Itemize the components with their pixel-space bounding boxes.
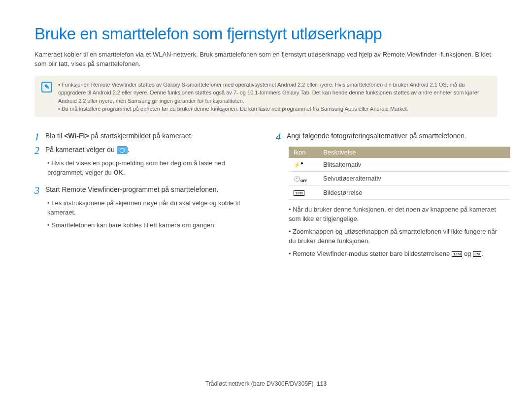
options-table: Ikon Beskrivelse ⚡A Blitsalternativ 🕘OFF… — [289, 147, 510, 200]
step-number: 4 — [276, 131, 283, 143]
table-cell: Selvutløseralternativ — [318, 171, 510, 185]
resolution-icon: 12M — [289, 185, 318, 199]
note-box: ✎ Funksjonen Remote Viewfinder støttes a… — [34, 76, 498, 117]
list-item: Hvis det vises en popup-melding som ber … — [47, 158, 256, 178]
step-text: Angi følgende fotograferingsalternativer… — [287, 131, 466, 141]
two-column-layout: 1 Bla til <Wi-Fi> på startskjermbildet p… — [34, 131, 498, 266]
remote-viewfinder-icon — [117, 146, 128, 154]
intro-paragraph: Kameraet kobler til en smarttelefon via … — [34, 50, 498, 69]
step-text-post: . — [128, 146, 130, 154]
note-item: Funksjonen Remote Viewfinder støttes av … — [58, 81, 491, 105]
page-number: 113 — [317, 380, 327, 387]
note-item: Du må installere programmet på enheten f… — [58, 105, 491, 113]
list-item: Les instruksjonene på skjermen nøye når … — [47, 198, 256, 217]
note-list: Funksjonen Remote Viewfinder støttes av … — [58, 81, 491, 113]
step-2-bullets: Hvis det vises en popup-melding som ber … — [47, 158, 256, 178]
page-title: Bruke en smarttelefon som fjernstyrt utl… — [34, 25, 498, 43]
step-text: Bla til <Wi-Fi> på startskjermbildet på … — [45, 131, 193, 141]
table-cell: Blitsalternativ — [318, 158, 510, 172]
list-item: Når du bruker denne funksjonen, er det n… — [289, 205, 498, 224]
resolution-icon-12m: 12M — [452, 251, 463, 257]
table-header-icon: Ikon — [289, 147, 318, 158]
resolution-icon-2m: 2M — [473, 251, 481, 257]
page: Bruke en smarttelefon som fjernstyrt utl… — [0, 0, 532, 275]
list-item: Smarttelefonen kan bare kobles til ett k… — [47, 220, 256, 230]
step-text: Start Remote Viewfinder-programmet på sm… — [45, 185, 218, 194]
left-column: 1 Bla til <Wi-Fi> på startskjermbildet p… — [34, 131, 256, 266]
note-icon: ✎ — [41, 82, 52, 93]
step-2: 2 På kameraet velger du . — [34, 145, 256, 156]
step-4: 4 Angi følgende fotograferingsalternativ… — [276, 131, 498, 143]
step-4-bullets: Når du bruker denne funksjonen, er det n… — [289, 205, 498, 259]
step-text-pre: Bla til — [45, 132, 64, 140]
flash-icon: ⚡A — [289, 158, 318, 172]
table-header-row: Ikon Beskrivelse — [289, 147, 510, 158]
page-footer: Trådløst nettverk (bare DV300F/DV305F) 1… — [0, 380, 532, 387]
selftimer-icon: 🕘OFF — [289, 171, 318, 185]
step-3-bullets: Les instruksjonene på skjermen nøye når … — [47, 198, 256, 230]
step-text: På kameraet velger du . — [45, 145, 130, 154]
table-cell: Bildestørrelse — [318, 185, 510, 199]
table-row: 12M Bildestørrelse — [289, 185, 510, 199]
table-header-desc: Beskrivelse — [318, 147, 510, 158]
right-column: 4 Angi følgende fotograferingsalternativ… — [276, 131, 498, 266]
table-row: ⚡A Blitsalternativ — [289, 158, 510, 172]
step-1: 1 Bla til <Wi-Fi> på startskjermbildet p… — [34, 131, 256, 143]
step-number: 3 — [34, 185, 41, 196]
step-number: 2 — [34, 145, 41, 156]
step-text-bold: <Wi-Fi> — [64, 132, 89, 140]
list-item: Zoomknappen og utløserknappen på smartte… — [289, 227, 498, 246]
list-item: Remote Viewfinder-modus støtter bare bil… — [289, 249, 498, 259]
step-3: 3 Start Remote Viewfinder-programmet på … — [34, 185, 256, 196]
step-text-post: på startskjermbildet på kameraet. — [89, 132, 193, 140]
step-text-pre: På kameraet velger du — [45, 146, 117, 154]
footer-text: Trådløst nettverk (bare DV300F/DV305F) — [205, 380, 314, 387]
step-number: 1 — [34, 131, 41, 143]
table-row: 🕘OFF Selvutløseralternativ — [289, 171, 510, 185]
